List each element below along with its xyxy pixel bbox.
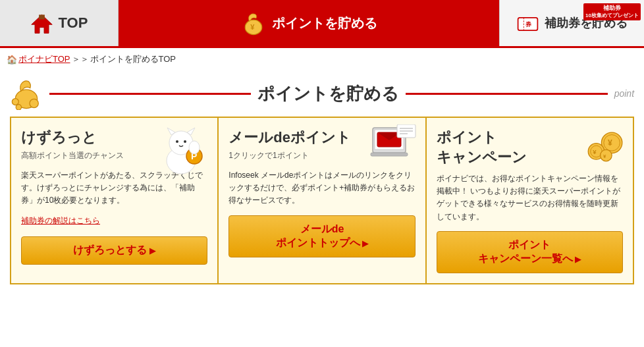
svg-point-35 [601, 149, 612, 161]
card-campaign-btn[interactable]: ポイント キャンペーン一覧へ [437, 231, 623, 273]
breadcrumb-home-icon: 🏠 [7, 55, 17, 65]
ticket-icon: 券 [516, 12, 539, 35]
bag-icon [10, 77, 43, 110]
svg-text:¥: ¥ [603, 153, 606, 159]
svg-text:¥: ¥ [250, 23, 255, 31]
breadcrumb-separator: ＞＞ [72, 53, 89, 65]
breadcrumb-top-link[interactable]: ポイナビTOP [18, 53, 70, 65]
card-mail-de-point: メールdeポイント 1クリックで1ポイント Infoseek メールdeポイント… [219, 117, 426, 284]
voucher-badge: 補助券 10枚集めてプレゼント [583, 3, 641, 20]
house-icon [30, 12, 53, 35]
card-kezurotto: P けずろっと 高額ポイント当選のチャンス 楽天スーパーポイントがあたる、スクラ… [10, 117, 219, 284]
tab-points-label: ポイントを貯める [272, 14, 377, 32]
cat-icon: P [158, 124, 211, 177]
section-header: ポイントを貯める point [10, 77, 634, 110]
svg-rect-1 [39, 14, 45, 19]
content-area: P けずろっと 高額ポイント当選のチャンス 楽天スーパーポイントがあたる、スクラ… [10, 117, 634, 284]
svg-text:¥: ¥ [593, 148, 597, 155]
breadcrumb-current: ポイントを貯めるTOP [90, 53, 176, 65]
card-kezurotto-btn[interactable]: けずろっとする [21, 236, 207, 265]
coins-icon: ¥ ¥ ¥ [580, 124, 626, 164]
card-mail-btn[interactable]: メールde ポイントトップへ [228, 215, 415, 257]
coinbag-icon: ¥ [240, 10, 267, 36]
svg-text:券: 券 [525, 20, 532, 27]
svg-point-15 [176, 140, 178, 143]
nav-tabs: TOP ¥ ポイントを貯める 券 補助券を貯める 補助券 10枚集めてプレゼント [0, 0, 644, 48]
breadcrumb: 🏠 ポイナビTOP ＞＞ ポイントを貯めるTOP [0, 48, 644, 70]
tab-top[interactable]: TOP [0, 0, 119, 46]
section-sub: point [614, 88, 634, 99]
svg-point-9 [12, 99, 18, 105]
laptop-icon [369, 124, 419, 171]
tab-voucher[interactable]: 券 補助券を貯める 補助券 10枚集めてプレゼント [499, 0, 644, 46]
svg-rect-24 [371, 153, 408, 156]
section-title: ポイントを貯める [257, 82, 399, 105]
tab-top-label: TOP [59, 14, 88, 32]
section-line-left [49, 93, 251, 95]
tab-points[interactable]: ¥ ポイントを貯める [119, 0, 499, 46]
svg-point-16 [184, 140, 186, 143]
svg-point-8 [30, 99, 38, 107]
section-line-right [406, 93, 607, 95]
card-campaign-body: ポイナビでは、お得なポイントキャンペーン情報を掲載中！ いつもよりお得に楽天スー… [437, 173, 623, 223]
svg-text:¥: ¥ [608, 138, 612, 147]
card-mail-body: Infoseek メールdeポイントはメールのリンクをクリックするだけで、必ずポ… [228, 169, 415, 207]
svg-point-10 [16, 105, 21, 110]
svg-point-19 [189, 141, 200, 154]
card-point-campaign: ¥ ¥ ¥ ポイント キャンペーン ポイナビでは、お得なポイントキャンペーン情報… [427, 117, 634, 284]
card-kezurotto-link[interactable]: 補助券の解説はこちら [21, 215, 207, 227]
